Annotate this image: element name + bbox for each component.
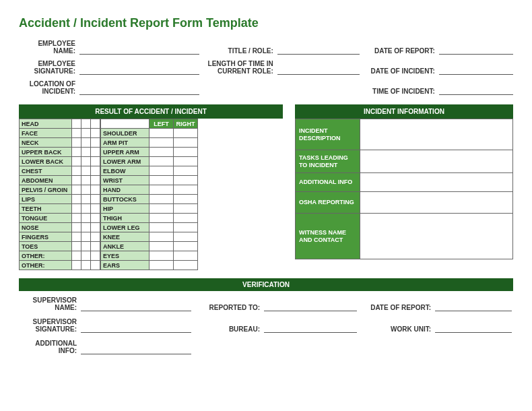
body-part-left-check[interactable] bbox=[149, 204, 174, 214]
body-part-check[interactable] bbox=[81, 223, 91, 232]
body-part-check[interactable] bbox=[91, 242, 100, 251]
body-part-check[interactable] bbox=[81, 204, 91, 214]
field-location-of-incident[interactable] bbox=[79, 86, 199, 95]
field-work-unit[interactable] bbox=[435, 324, 512, 333]
body-part-check[interactable] bbox=[72, 176, 81, 185]
body-part-left-check[interactable] bbox=[149, 166, 174, 176]
field-reported-to[interactable] bbox=[264, 303, 357, 311]
body-part-check[interactable] bbox=[91, 157, 100, 166]
body-part-check[interactable] bbox=[72, 119, 81, 129]
body-part-right-check[interactable] bbox=[174, 261, 198, 270]
body-part-check[interactable] bbox=[91, 195, 100, 204]
body-part-check[interactable] bbox=[91, 232, 100, 242]
body-part-left-check[interactable] bbox=[149, 195, 174, 204]
field-verify-additional-info[interactable] bbox=[81, 346, 191, 354]
body-part-check[interactable] bbox=[72, 204, 81, 214]
body-part-left-check[interactable] bbox=[149, 223, 174, 232]
body-part-check[interactable] bbox=[91, 176, 100, 185]
field-time-of-incident[interactable] bbox=[439, 86, 513, 95]
body-part-left-check[interactable] bbox=[149, 157, 174, 166]
body-part-check[interactable] bbox=[81, 232, 91, 242]
body-part-left-check[interactable] bbox=[149, 242, 174, 251]
body-part-check[interactable] bbox=[91, 251, 100, 261]
field-osha-reporting[interactable] bbox=[360, 192, 513, 214]
body-part-check[interactable] bbox=[72, 261, 81, 270]
body-part-check[interactable] bbox=[81, 166, 91, 176]
body-part-left-check[interactable] bbox=[149, 232, 174, 242]
body-part-check[interactable] bbox=[72, 242, 81, 251]
body-part-check[interactable] bbox=[91, 138, 100, 148]
field-tasks-leading[interactable] bbox=[360, 150, 513, 173]
field-witness[interactable] bbox=[360, 214, 513, 259]
field-date-of-report[interactable] bbox=[439, 46, 513, 55]
body-part-left-check[interactable] bbox=[149, 185, 174, 195]
body-part-check[interactable] bbox=[81, 176, 91, 185]
body-part-check[interactable] bbox=[91, 261, 100, 270]
body-part-check[interactable] bbox=[72, 223, 81, 232]
body-part-check[interactable] bbox=[91, 148, 100, 157]
body-part-check[interactable] bbox=[81, 129, 91, 138]
field-title-role[interactable] bbox=[277, 46, 360, 55]
body-part-right-check[interactable] bbox=[174, 204, 198, 214]
field-supervisor-name[interactable] bbox=[81, 303, 191, 311]
body-part-check[interactable] bbox=[72, 166, 81, 176]
field-employee-signature[interactable] bbox=[79, 66, 199, 75]
body-part-check[interactable] bbox=[81, 138, 91, 148]
body-part-check[interactable] bbox=[91, 223, 100, 232]
body-part-right-check[interactable] bbox=[174, 176, 198, 185]
field-date-of-incident[interactable] bbox=[439, 66, 513, 75]
body-part-check[interactable] bbox=[81, 251, 91, 261]
body-part-check[interactable] bbox=[72, 138, 81, 148]
body-part-right-check[interactable] bbox=[174, 242, 198, 251]
body-part-check[interactable] bbox=[91, 204, 100, 214]
body-part-left-check[interactable] bbox=[149, 138, 174, 148]
body-part-right-check[interactable] bbox=[174, 195, 198, 204]
body-part-check[interactable] bbox=[81, 148, 91, 157]
body-part-check[interactable] bbox=[81, 185, 91, 195]
body-part-right-check[interactable] bbox=[174, 166, 198, 176]
body-part-check[interactable] bbox=[91, 129, 100, 138]
body-part-left-check[interactable] bbox=[149, 176, 174, 185]
body-part-check[interactable] bbox=[72, 232, 81, 242]
body-part-left-check[interactable] bbox=[149, 129, 174, 138]
body-part-right-check[interactable] bbox=[174, 129, 198, 138]
body-part-check[interactable] bbox=[81, 157, 91, 166]
field-bureau[interactable] bbox=[264, 324, 357, 333]
body-part-check[interactable] bbox=[91, 214, 100, 223]
body-part-left-check[interactable] bbox=[149, 261, 174, 270]
body-part-check[interactable] bbox=[81, 261, 91, 270]
body-part-check[interactable] bbox=[81, 119, 91, 129]
body-part-check[interactable] bbox=[81, 195, 91, 204]
field-length-in-role[interactable] bbox=[277, 66, 360, 75]
field-employee-name[interactable] bbox=[79, 46, 199, 55]
body-part-left-check[interactable] bbox=[149, 251, 174, 261]
body-part-check[interactable] bbox=[72, 185, 81, 195]
body-part-check[interactable] bbox=[72, 195, 81, 204]
field-verify-date-of-report[interactable] bbox=[435, 303, 512, 311]
body-part-check[interactable] bbox=[81, 242, 91, 251]
body-part-check[interactable] bbox=[91, 166, 100, 176]
body-part-right-check[interactable] bbox=[174, 157, 198, 166]
body-part-right-check[interactable] bbox=[174, 251, 198, 261]
field-supervisor-signature[interactable] bbox=[81, 324, 191, 333]
body-part-right-check[interactable] bbox=[174, 148, 198, 157]
body-part-check[interactable] bbox=[72, 214, 81, 223]
body-part-check[interactable] bbox=[81, 214, 91, 223]
body-part-check[interactable] bbox=[91, 185, 100, 195]
body-part-right-check[interactable] bbox=[174, 185, 198, 195]
body-part-right-check[interactable] bbox=[174, 223, 198, 232]
field-incident-description[interactable] bbox=[360, 119, 513, 150]
body-part-check[interactable] bbox=[72, 148, 81, 157]
incident-info-panel: INCIDENT INFORMATION INCIDENT DESCRIPTIO… bbox=[295, 104, 513, 270]
body-part-right-check[interactable] bbox=[174, 214, 198, 223]
body-part-check[interactable] bbox=[72, 251, 81, 261]
label-tasks-leading: TASKS LEADING TO INCIDENT bbox=[296, 150, 360, 173]
body-part-right-check[interactable] bbox=[174, 232, 198, 242]
body-part-left-check[interactable] bbox=[149, 148, 174, 157]
body-part-left-check[interactable] bbox=[149, 214, 174, 223]
body-part-check[interactable] bbox=[91, 119, 100, 129]
field-additional-info[interactable] bbox=[360, 173, 513, 192]
body-part-check[interactable] bbox=[72, 129, 81, 138]
body-part-right-check[interactable] bbox=[174, 138, 198, 148]
body-part-check[interactable] bbox=[72, 157, 81, 166]
